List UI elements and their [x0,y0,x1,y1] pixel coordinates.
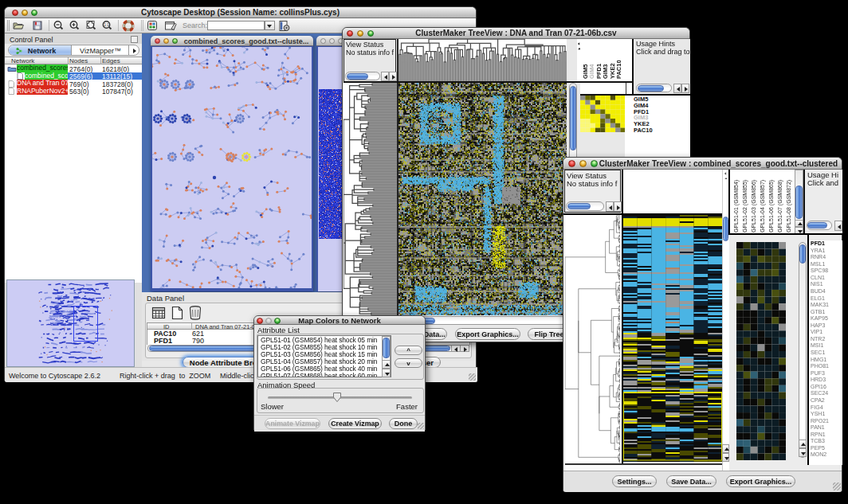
svg-text:1:1: 1:1 [104,23,109,27]
